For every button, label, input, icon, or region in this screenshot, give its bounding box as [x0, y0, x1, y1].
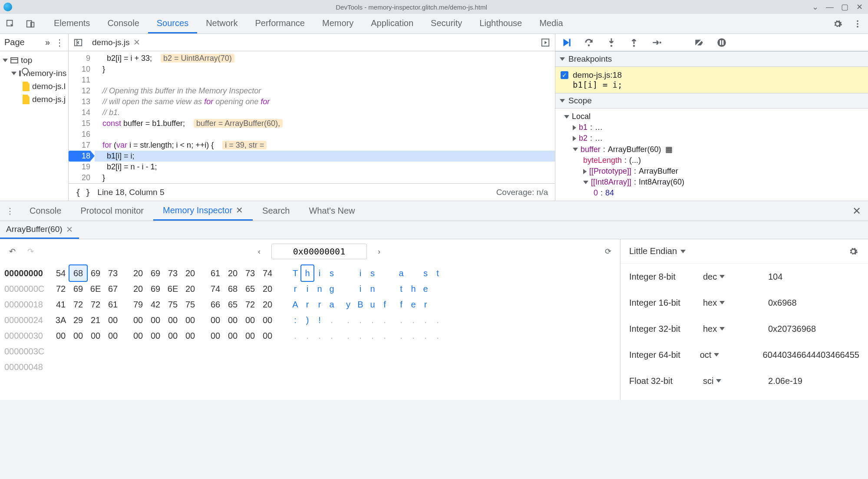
- hex-byte[interactable]: 6E: [164, 281, 182, 297]
- hex-byte[interactable]: 74: [259, 265, 276, 281]
- toggle-navigator-icon[interactable]: [72, 36, 84, 49]
- ascii-char[interactable]: n: [314, 281, 326, 297]
- hex-byte[interactable]: 72: [87, 297, 104, 312]
- hex-byte[interactable]: 00: [69, 328, 87, 344]
- drawer-tab-console[interactable]: Console: [20, 201, 71, 221]
- ascii-char[interactable]: r: [289, 281, 301, 297]
- breakpoint-checkbox[interactable]: ✓: [561, 71, 568, 79]
- hex-byte[interactable]: 67: [104, 281, 122, 297]
- scope-b1[interactable]: b1: …: [564, 122, 868, 133]
- main-tab-network[interactable]: Network: [197, 14, 246, 33]
- hex-byte[interactable]: 68: [69, 265, 87, 281]
- ascii-char[interactable]: .: [326, 312, 338, 328]
- ascii-char[interactable]: y: [342, 297, 354, 312]
- ascii-char[interactable]: .: [354, 328, 366, 344]
- ascii-char[interactable]: [342, 265, 354, 281]
- drawer-close-icon[interactable]: ✕: [845, 201, 868, 221]
- hex-byte[interactable]: 69: [69, 281, 87, 297]
- hex-byte[interactable]: 00: [52, 328, 69, 344]
- ascii-char[interactable]: .: [419, 328, 432, 344]
- main-tab-elements[interactable]: Elements: [45, 14, 99, 33]
- drawer-tab-what-s-new[interactable]: What's New: [299, 201, 364, 221]
- step-into-icon[interactable]: [606, 37, 617, 48]
- hex-byte[interactable]: 54: [52, 265, 69, 281]
- main-tab-memory[interactable]: Memory: [314, 14, 362, 33]
- hex-byte[interactable]: 00: [241, 312, 259, 328]
- kebab-menu-icon[interactable]: [851, 18, 864, 30]
- address-input[interactable]: [271, 244, 367, 259]
- step-out-icon[interactable]: [628, 37, 640, 48]
- main-tab-media[interactable]: Media: [531, 14, 571, 33]
- hex-byte[interactable]: 00: [164, 328, 182, 344]
- ascii-char[interactable]: g: [326, 281, 338, 297]
- ascii-char[interactable]: i: [301, 281, 314, 297]
- window-menu-down-icon[interactable]: ⌄: [810, 2, 820, 12]
- ascii-char[interactable]: [342, 281, 354, 297]
- hex-byte[interactable]: 69: [147, 265, 164, 281]
- value-settings-icon[interactable]: [847, 245, 859, 258]
- scope-buffer[interactable]: buffer: ArrayBuffer(60)▦: [564, 144, 868, 155]
- hex-byte[interactable]: 20: [182, 281, 199, 297]
- hex-byte[interactable]: 20: [259, 297, 276, 312]
- ascii-char[interactable]: .: [354, 312, 366, 328]
- hex-byte[interactable]: 00: [182, 312, 199, 328]
- hex-byte[interactable]: 72: [52, 281, 69, 297]
- window-close-icon[interactable]: ✕: [854, 2, 865, 12]
- ascii-char[interactable]: s: [366, 265, 379, 281]
- value-format-select[interactable]: sci: [703, 376, 755, 386]
- scope-idx0[interactable]: 0: 84: [564, 188, 868, 198]
- hex-byte[interactable]: 72: [241, 297, 259, 312]
- main-tab-console[interactable]: Console: [99, 14, 148, 33]
- hex-byte[interactable]: 20: [129, 265, 147, 281]
- hex-byte[interactable]: 00: [164, 312, 182, 328]
- pretty-print-icon[interactable]: { }: [76, 188, 90, 197]
- hex-byte[interactable]: 75: [182, 297, 199, 312]
- hex-byte[interactable]: 41: [52, 297, 69, 312]
- ascii-char[interactable]: .: [395, 312, 407, 328]
- device-toolbar-icon[interactable]: [24, 18, 36, 30]
- ascii-char[interactable]: f: [395, 297, 407, 312]
- ascii-char[interactable]: .: [395, 328, 407, 344]
- main-tab-application[interactable]: Application: [362, 14, 422, 33]
- pause-on-exceptions-icon[interactable]: [716, 37, 727, 48]
- ascii-char[interactable]: .: [419, 312, 432, 328]
- hex-byte[interactable]: 00: [87, 328, 104, 344]
- ascii-char[interactable]: [432, 281, 444, 297]
- ascii-char[interactable]: i: [314, 265, 326, 281]
- endian-select[interactable]: Little Endian: [629, 246, 686, 256]
- close-drawer-tab-icon[interactable]: ✕: [236, 205, 243, 215]
- ascii-char[interactable]: r: [419, 297, 432, 312]
- value-format-select[interactable]: dec: [703, 272, 755, 282]
- deactivate-breakpoints-icon[interactable]: [693, 37, 705, 48]
- breakpoint-entry[interactable]: ✓ demo-js.js:18 b1[i] = i;: [555, 67, 868, 93]
- next-page-icon[interactable]: ›: [373, 245, 385, 258]
- ascii-char[interactable]: n: [366, 281, 379, 297]
- hex-byte[interactable]: 00: [241, 328, 259, 344]
- ascii-char[interactable]: .: [407, 312, 419, 328]
- ascii-char[interactable]: e: [419, 281, 432, 297]
- ascii-char[interactable]: ): [301, 312, 314, 328]
- step-icon[interactable]: [651, 37, 662, 48]
- ascii-char[interactable]: f: [379, 297, 391, 312]
- hex-byte[interactable]: 20: [224, 265, 241, 281]
- navigator-kebab-icon[interactable]: ⋮: [55, 37, 64, 48]
- undo-icon[interactable]: ↶: [6, 245, 18, 258]
- main-tab-sources[interactable]: Sources: [148, 14, 197, 33]
- hex-byte[interactable]: 00: [129, 328, 147, 344]
- hex-byte[interactable]: 00: [259, 312, 276, 328]
- hex-byte[interactable]: 20: [259, 281, 276, 297]
- hex-byte[interactable]: 00: [259, 328, 276, 344]
- scope-int8array[interactable]: [[Int8Array]]: Int8Array(60): [564, 177, 868, 188]
- drawer-tab-memory-inspector[interactable]: Memory Inspector✕: [153, 201, 253, 221]
- hex-byte[interactable]: 66: [207, 297, 224, 312]
- hex-byte[interactable]: 79: [129, 297, 147, 312]
- scope-header[interactable]: Scope: [555, 93, 868, 109]
- scope-b2[interactable]: b2: …: [564, 133, 868, 144]
- main-tab-performance[interactable]: Performance: [247, 14, 314, 33]
- window-minimize-icon[interactable]: —: [825, 2, 835, 12]
- ascii-char[interactable]: B: [354, 297, 366, 312]
- scope-idx1[interactable]: 1: 104: [564, 198, 868, 201]
- tree-file-0[interactable]: demo-js.l: [0, 80, 68, 93]
- ascii-char[interactable]: u: [366, 297, 379, 312]
- ascii-char[interactable]: s: [326, 265, 338, 281]
